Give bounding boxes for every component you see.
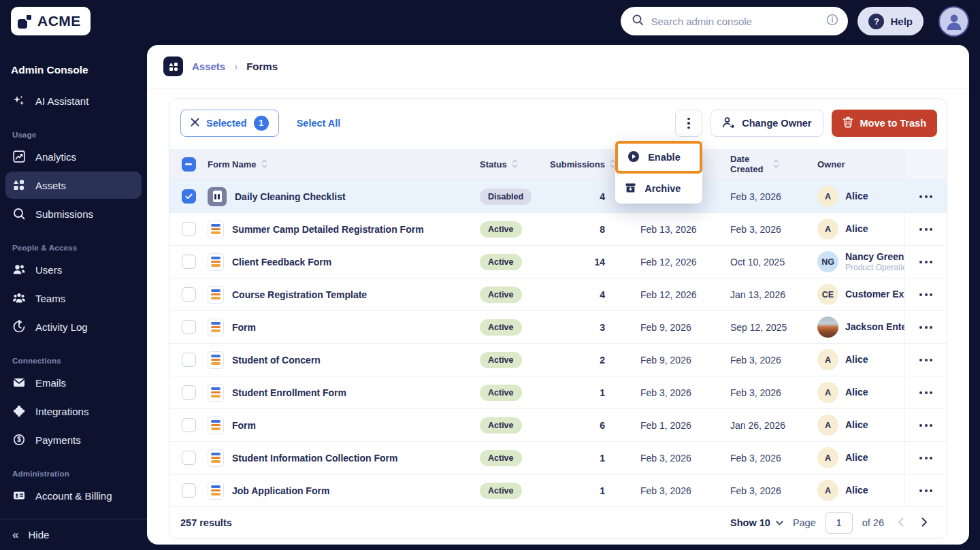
row-actions-button[interactable]	[915, 485, 936, 496]
chevron-down-icon	[776, 521, 783, 525]
owner-cell: A Alice	[804, 447, 904, 468]
next-page-button[interactable]	[917, 515, 932, 532]
sidebar-item-teams[interactable]: Teams	[5, 285, 142, 312]
sidebar-item-ai-assistant[interactable]: AI Assistant	[5, 87, 142, 114]
row-checkbox[interactable]	[182, 385, 196, 400]
sidebar-item-submissions[interactable]: Submissions	[5, 200, 142, 227]
breadcrumb-assets-link[interactable]: Assets	[192, 61, 225, 72]
archive-icon	[625, 182, 636, 195]
row-checkbox[interactable]	[182, 189, 196, 204]
form-icon	[208, 351, 224, 369]
sidebar-item-payments[interactable]: $ Payments	[5, 426, 142, 453]
owner-cell: A Alice	[804, 480, 904, 501]
sidebar-section-label: People & Access	[12, 244, 147, 252]
table-row[interactable]: Form Active 6 Feb 1, 2026 Jan 26, 2026 A…	[169, 408, 947, 441]
row-actions-button[interactable]	[915, 191, 936, 202]
form-icon	[208, 384, 224, 402]
table-row[interactable]: Student of Concern Active 2 Feb 9, 2026 …	[169, 343, 947, 376]
date-created-cell: Jan 26, 2026	[715, 420, 804, 431]
admin-search[interactable]	[621, 7, 848, 35]
row-actions-button[interactable]	[915, 257, 936, 268]
table-row[interactable]: Daily Cleaning Checklist Disabled 4 Feb …	[169, 180, 947, 212]
table-row[interactable]: Client Feedback Form Active 14 Feb 12, 2…	[169, 245, 947, 278]
owner-avatar: A	[817, 447, 838, 468]
info-icon[interactable]	[826, 14, 838, 29]
status-cell: Active	[480, 417, 557, 434]
user-avatar[interactable]	[938, 6, 969, 37]
previous-page-button[interactable]	[894, 515, 908, 532]
console-title: Admin Console	[11, 64, 147, 76]
owner-cell: NG Nancy Green Product Operatio	[804, 251, 904, 272]
form-icon	[208, 482, 224, 500]
row-checkbox[interactable]	[182, 287, 196, 302]
sidebar-item-emails[interactable]: Emails	[5, 369, 142, 396]
svg-text:$: $	[17, 436, 21, 443]
page-size-select[interactable]: Show 10	[730, 517, 783, 528]
last-submission-cell: Feb 3, 2026	[625, 453, 715, 464]
sidebar-item-analytics[interactable]: Analytics	[5, 143, 142, 170]
row-checkbox[interactable]	[182, 418, 196, 432]
kebab-icon	[687, 118, 690, 129]
sidebar-item-users[interactable]: Users	[5, 256, 142, 283]
submissions-cell: 14	[557, 257, 625, 268]
paused-form-icon	[208, 187, 227, 206]
column-header-form-name[interactable]: Form Name	[208, 159, 480, 170]
selected-filter-button[interactable]: Selected 1	[180, 110, 279, 137]
select-all-button[interactable]: Select All	[297, 118, 341, 129]
table-row[interactable]: Student Enrollment Form Active 1 Feb 3, …	[169, 376, 947, 408]
row-actions-button[interactable]	[915, 453, 936, 464]
owner-avatar	[817, 317, 838, 338]
menu-item-enable[interactable]: Enable	[615, 141, 702, 174]
table-row[interactable]: Job Application Form Active 1 Feb 3, 202…	[169, 474, 947, 506]
sidebar-item-activity-log[interactable]: Activity Log	[5, 313, 142, 340]
move-to-trash-button[interactable]: Move to Trash	[832, 110, 938, 137]
column-header-date-created[interactable]: Date Created	[715, 155, 804, 175]
brand-logo[interactable]: ACME	[11, 7, 91, 35]
column-header-status[interactable]: Status	[480, 159, 557, 170]
form-icon	[208, 253, 224, 271]
select-all-checkbox[interactable]	[182, 157, 196, 172]
table-row[interactable]: Course Registration Template Active 4 Fe…	[169, 278, 947, 310]
sidebar: Admin Console AI Assistant Usage Analyti…	[0, 42, 147, 550]
row-checkbox[interactable]	[182, 353, 196, 367]
form-name: Job Application Form	[232, 485, 329, 496]
row-actions-button[interactable]	[915, 387, 936, 398]
brand-name: ACME	[37, 13, 81, 29]
row-checkbox[interactable]	[182, 483, 196, 498]
form-name: Form	[232, 322, 256, 333]
row-checkbox[interactable]	[182, 451, 196, 465]
sidebar-item-assets[interactable]: Assets	[5, 172, 142, 199]
status-badge: Active	[480, 287, 522, 303]
row-actions-button[interactable]	[915, 355, 936, 366]
assets-tile-icon	[163, 56, 183, 76]
owner-name: Customer Exp	[845, 289, 904, 300]
table-body: Daily Cleaning Checklist Disabled 4 Feb …	[169, 180, 947, 506]
row-actions-button[interactable]	[915, 289, 936, 300]
form-icon	[208, 286, 224, 304]
form-name-cell: Form	[208, 417, 480, 434]
change-owner-button[interactable]: Change Owner	[710, 110, 823, 137]
row-checkbox[interactable]	[182, 320, 196, 334]
search-icon	[12, 207, 26, 221]
row-actions-button[interactable]	[915, 322, 936, 333]
sidebar-item-account-billing[interactable]: Account & Billing	[5, 482, 142, 509]
more-actions-button[interactable]	[675, 110, 702, 137]
search-input[interactable]	[651, 16, 819, 27]
sidebar-item-integrations[interactable]: Integrations	[5, 398, 142, 425]
last-submission-cell: Feb 9, 2026	[625, 355, 715, 366]
table-row[interactable]: Form Active 3 Feb 9, 2026 Sep 12, 2025 J…	[169, 310, 947, 343]
row-checkbox[interactable]	[182, 222, 196, 236]
table-row[interactable]: Student Information Collection Form Acti…	[169, 441, 947, 474]
last-submission-cell: Feb 13, 2026	[625, 224, 715, 235]
status-cell: Active	[480, 483, 557, 499]
menu-item-archive[interactable]: Archive	[615, 174, 702, 204]
help-button[interactable]: ? Help	[858, 7, 924, 35]
row-actions-button[interactable]	[915, 224, 936, 235]
sidebar-hide-button[interactable]: « Hide	[0, 519, 147, 550]
row-actions-button[interactable]	[915, 420, 936, 431]
last-submission-cell: Feb 12, 2026	[625, 257, 715, 268]
page-number-input[interactable]	[826, 512, 853, 534]
table-row[interactable]: Summer Camp Detailed Registration Form A…	[169, 212, 947, 245]
owner-avatar: NG	[817, 251, 838, 272]
row-checkbox[interactable]	[182, 255, 196, 269]
